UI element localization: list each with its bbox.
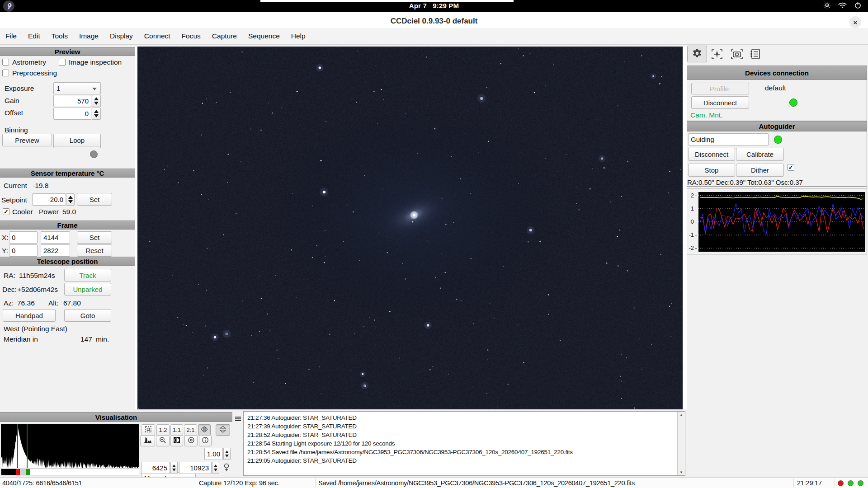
- menu-item-image[interactable]: Image: [79, 32, 99, 40]
- autoguider-stop-button[interactable]: Stop: [688, 164, 735, 177]
- sensor-current-label: Current: [4, 182, 27, 190]
- histogram-button[interactable]: [140, 435, 155, 446]
- devices-disconnect-button[interactable]: Disconnect: [691, 96, 749, 109]
- invert-button[interactable]: [170, 435, 183, 446]
- star-profile-icon: [711, 53, 723, 61]
- offset-spinner[interactable]: [92, 108, 101, 120]
- frame-x-field[interactable]: 0: [9, 231, 38, 244]
- flip-horizontal-icon: [201, 426, 208, 434]
- preview-button[interactable]: Preview: [2, 134, 52, 146]
- menu-item-edit[interactable]: Edit: [28, 32, 40, 40]
- preview-status-led: [90, 150, 98, 158]
- white-level-field[interactable]: 10923: [179, 462, 212, 474]
- setpoint-label: Setpoint: [1, 196, 27, 204]
- histogram: [1, 424, 139, 468]
- menu-item-capture[interactable]: Capture: [212, 32, 237, 40]
- preprocessing-checkbox[interactable]: [2, 70, 9, 76]
- frame-height-field[interactable]: 2822: [41, 244, 70, 257]
- right-splitter[interactable]: [683, 47, 687, 409]
- image-preview[interactable]: [137, 47, 683, 409]
- goto-button[interactable]: Goto: [64, 309, 111, 322]
- visualisation-header: Visualisation: [0, 412, 232, 422]
- menu-item-focus[interactable]: Focus: [182, 32, 201, 40]
- frame-reset-button[interactable]: Reset: [77, 244, 112, 257]
- tab-capture[interactable]: [731, 49, 743, 60]
- handpad-button[interactable]: Handpad: [3, 309, 56, 322]
- setpoint-field[interactable]: -20.0: [32, 193, 66, 206]
- setpoint-spinner[interactable]: [66, 193, 75, 206]
- marker-pin-button[interactable]: [223, 463, 230, 474]
- clock[interactable]: Apr 7 9:29 PM: [0, 2, 868, 9]
- log-menu-handle[interactable]: [235, 416, 241, 421]
- gear-icon: [692, 48, 703, 61]
- exposure-combo[interactable]: 1: [53, 82, 101, 94]
- window-close-button[interactable]: ×: [849, 16, 861, 28]
- autoguider-disconnect-button[interactable]: Disconnect: [688, 148, 735, 161]
- camera-icon: [731, 53, 743, 61]
- black-level-field[interactable]: 6425: [141, 462, 170, 474]
- gamma-field[interactable]: 1.00: [204, 448, 223, 460]
- flip-horizontal-button[interactable]: [198, 424, 211, 436]
- menu-bar: FileEditToolsImageDisplayConnectFocusCap…: [0, 28, 868, 45]
- gamma-spinner[interactable]: [223, 448, 231, 460]
- tab-sequence[interactable]: [750, 48, 761, 60]
- exposure-value: 1: [57, 84, 60, 92]
- white-level-value: 10923: [190, 464, 209, 472]
- image-inspection-checkbox[interactable]: [59, 59, 66, 66]
- flip-vertical-button[interactable]: [216, 424, 230, 436]
- telescope-section-header: Telescope position: [0, 257, 135, 266]
- frame-y-field[interactable]: 0: [9, 244, 38, 257]
- zoom-one-button[interactable]: 1:1: [170, 424, 183, 436]
- zoom-fit-button[interactable]: [141, 424, 155, 436]
- tab-focus[interactable]: [711, 49, 723, 60]
- menu-item-display[interactable]: Display: [110, 32, 133, 40]
- gain-spinner[interactable]: [92, 95, 101, 107]
- unparked-button[interactable]: Unparked: [64, 283, 111, 296]
- setpoint-set-button[interactable]: Set: [77, 193, 112, 206]
- menu-item-file[interactable]: File: [5, 32, 17, 40]
- gain-field[interactable]: 570: [53, 95, 91, 107]
- zoom-two-button[interactable]: 2:1: [184, 424, 197, 436]
- cooler-checkbox[interactable]: ✓: [3, 208, 9, 215]
- scroll-up-icon[interactable]: ▲: [678, 412, 685, 418]
- histogram-white-marker[interactable]: [27, 424, 28, 468]
- menu-item-help[interactable]: Help: [291, 32, 306, 40]
- frame-y-label: Y:: [2, 247, 8, 255]
- track-button[interactable]: Track: [64, 269, 111, 282]
- histogram-black-marker[interactable]: [17, 424, 18, 468]
- white-level-handle[interactable]: [26, 469, 30, 475]
- black-level-handle[interactable]: [16, 469, 20, 475]
- image-inspection-label: Image inspection: [69, 58, 122, 66]
- graph-y-tick: 0: [687, 218, 697, 225]
- menu-item-tools[interactable]: Tools: [52, 32, 68, 40]
- bullseye-button[interactable]: [184, 435, 198, 446]
- loop-button[interactable]: Loop: [53, 134, 101, 146]
- astrometry-checkbox[interactable]: [2, 59, 9, 66]
- ccdciel-window: Apr 7 9:29 PM CCDciel 0.9.93-0 default ×…: [0, 0, 868, 488]
- profile-button[interactable]: Profile:: [691, 83, 749, 94]
- menu-item-connect[interactable]: Connect: [144, 32, 170, 40]
- saved-file-info: Saved /home/james/Astronomy/NGC3953_PGC3…: [318, 479, 635, 487]
- meridian-value: 147: [80, 335, 92, 343]
- zoom-half-button[interactable]: 1:2: [156, 424, 170, 436]
- status-bar: 4040/1725: 6616/6546/6151 Capture 12/120…: [0, 477, 868, 488]
- info-button[interactable]: [199, 435, 212, 446]
- menu-item-sequence[interactable]: Sequence: [248, 32, 280, 40]
- pin-icon: [223, 466, 230, 474]
- alt-value: 67.80: [63, 299, 81, 307]
- frame-set-button[interactable]: Set: [77, 231, 112, 244]
- offset-field[interactable]: 0: [53, 108, 91, 120]
- black-level-spinner[interactable]: [170, 462, 178, 474]
- tab-devices[interactable]: [687, 46, 707, 62]
- white-level-spinner[interactable]: [212, 462, 219, 474]
- scroll-down-icon[interactable]: ▼: [678, 469, 685, 475]
- zoom-plus-button[interactable]: [156, 435, 170, 446]
- frame-width-field[interactable]: 4144: [41, 231, 70, 244]
- autoguider-state-field[interactable]: Guiding: [688, 133, 769, 145]
- system-tray[interactable]: [823, 2, 862, 10]
- autoguider-calibrate-button[interactable]: Calibrate: [736, 148, 784, 161]
- dither-checkbox[interactable]: ✓: [788, 164, 794, 171]
- histogram-range-slider[interactable]: [1, 469, 139, 475]
- log-scrollbar[interactable]: ▲ ▼: [677, 412, 685, 475]
- autoguider-dither-button[interactable]: Dither: [736, 164, 784, 177]
